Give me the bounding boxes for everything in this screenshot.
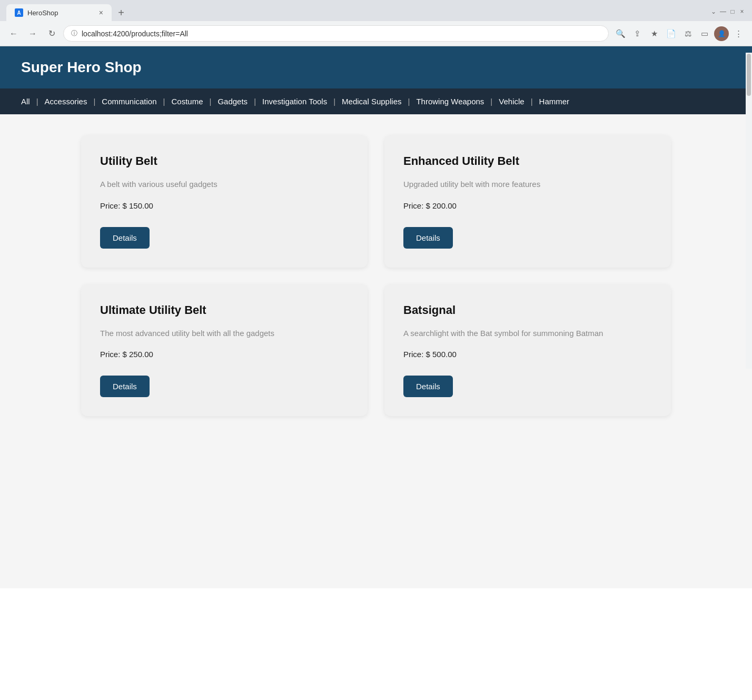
share-icon[interactable]: ⇪ [630, 26, 645, 41]
zoom-icon[interactable]: 🔍 [613, 26, 628, 41]
main-content: Utility Belt A belt with various useful … [0, 114, 752, 588]
nav-item-vehicle[interactable]: Vehicle [499, 96, 524, 107]
browser-chrome: A HeroShop × + ⌄ — □ × ← → ↻ ⓘ localhost… [0, 0, 752, 46]
address-bar[interactable]: ⓘ localhost:4200/products;filter=All [63, 25, 609, 42]
nav-item-investigation-tools[interactable]: Investigation Tools [262, 96, 327, 107]
product-card-utility-belt: Utility Belt A belt with various useful … [81, 135, 368, 268]
nav-item-accessories[interactable]: Accessories [45, 96, 87, 107]
product-name-4: Batsignal [403, 303, 652, 317]
details-button-2[interactable]: Details [403, 227, 453, 249]
new-tab-button[interactable]: + [114, 5, 128, 20]
nav-item-throwing-weapons[interactable]: Throwing Weapons [416, 96, 484, 107]
nav-item-costume[interactable]: Costume [171, 96, 203, 107]
bookmark-icon[interactable]: ★ [647, 26, 661, 41]
tab-close-button[interactable]: × [99, 8, 103, 17]
product-description-4: A searchlight with the Bat symbol for su… [403, 328, 652, 340]
window-chevron-icon[interactable]: ⌄ [710, 8, 717, 15]
nav-separator-6: | [333, 97, 335, 106]
scrollbar[interactable] [746, 53, 752, 369]
product-price-2: Price: $ 200.00 [403, 201, 652, 210]
product-description-1: A belt with various useful gadgets [100, 179, 349, 191]
nav-separator-9: | [531, 97, 533, 106]
forward-button[interactable]: → [25, 26, 40, 41]
nav-item-communication[interactable]: Communication [102, 96, 156, 107]
menu-icon[interactable]: ⋮ [731, 26, 746, 41]
title-bar: A HeroShop × + ⌄ — □ × [0, 0, 752, 21]
nav-item-all[interactable]: All [21, 96, 30, 107]
product-price-4: Price: $ 500.00 [403, 350, 652, 359]
nav-item-medical-supplies[interactable]: Medical Supplies [342, 96, 401, 107]
product-description-2: Upgraded utility belt with more features [403, 179, 652, 191]
back-button[interactable]: ← [6, 26, 21, 41]
nav-separator-7: | [408, 97, 410, 106]
browser-tab[interactable]: A HeroShop × [6, 4, 112, 21]
products-grid: Utility Belt A belt with various useful … [81, 135, 671, 416]
product-price-1: Price: $ 150.00 [100, 201, 349, 210]
tab-title: HeroShop [27, 9, 58, 17]
window-controls: ⌄ — □ × [710, 8, 746, 17]
product-description-3: The most advanced utility belt with all … [100, 328, 349, 340]
extensions-icon[interactable]: ⚖ [680, 26, 695, 41]
product-name-1: Utility Belt [100, 154, 349, 168]
toolbar-icons: 🔍 ⇪ ★ 📄 ⚖ ▭ 👤 ⋮ [613, 26, 746, 41]
lock-icon: ⓘ [71, 29, 77, 38]
address-text: localhost:4200/products;filter=All [82, 29, 188, 38]
product-card-enhanced-utility-belt: Enhanced Utility Belt Upgraded utility b… [384, 135, 671, 268]
user-avatar[interactable]: 👤 [714, 26, 729, 41]
nav-item-hammer[interactable]: Hammer [539, 96, 570, 107]
product-card-ultimate-utility-belt: Ultimate Utility Belt The most advanced … [81, 284, 368, 417]
browser-toolbar: ← → ↻ ⓘ localhost:4200/products;filter=A… [0, 21, 752, 46]
details-button-3[interactable]: Details [100, 376, 150, 397]
product-price-3: Price: $ 250.00 [100, 350, 349, 359]
nav-separator-3: | [163, 97, 165, 106]
details-button-1[interactable]: Details [100, 227, 150, 249]
nav-item-gadgets[interactable]: Gadgets [217, 96, 248, 107]
product-name-2: Enhanced Utility Belt [403, 154, 652, 168]
nav-separator-8: | [490, 97, 492, 106]
app-nav: All | Accessories | Communication | Cost… [0, 88, 752, 114]
save-page-icon[interactable]: 📄 [664, 26, 678, 41]
reload-button[interactable]: ↻ [44, 26, 59, 41]
nav-separator-4: | [210, 97, 212, 106]
window-close-button[interactable]: × [738, 8, 746, 15]
app-title: Super Hero Shop [21, 59, 731, 76]
product-name-3: Ultimate Utility Belt [100, 303, 349, 317]
sidebar-icon[interactable]: ▭ [697, 26, 712, 41]
nav-separator-5: | [254, 97, 256, 106]
product-card-batsignal: Batsignal A searchlight with the Bat sym… [384, 284, 671, 417]
window-minimize-button[interactable]: — [719, 8, 727, 15]
scrollbar-thumb[interactable] [747, 54, 751, 96]
nav-separator-2: | [93, 97, 95, 106]
app-header: Super Hero Shop [0, 46, 752, 88]
tab-favicon: A [15, 8, 23, 17]
nav-separator-1: | [36, 97, 38, 106]
details-button-4[interactable]: Details [403, 376, 453, 397]
window-maximize-button[interactable]: □ [729, 8, 736, 15]
